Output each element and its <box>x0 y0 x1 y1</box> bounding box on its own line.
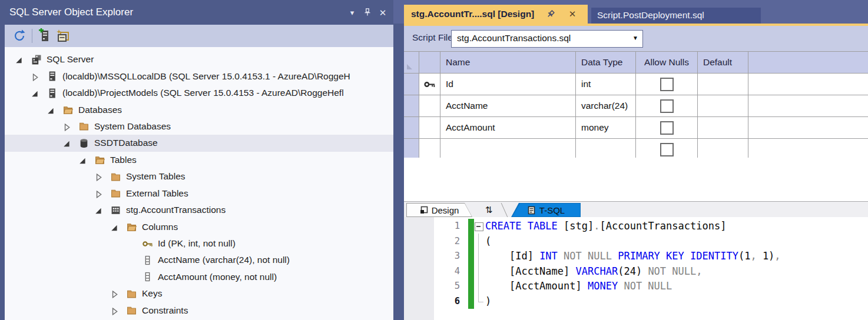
table-icon <box>111 205 121 215</box>
folder-icon <box>79 121 89 131</box>
toolbar-separator <box>32 29 32 43</box>
tree-item-localdb-mssqllocaldb-sql-server-15-0-415[interactable]: (localdb)\MSSQLLocalDB (SQL Server 15.0.… <box>5 68 393 84</box>
line-number: 1 <box>434 219 460 234</box>
tsql-code-editor[interactable]: 123456 CREATE TABLE [stg].[AccountTransa… <box>404 217 868 320</box>
tree-item-label: SSDTDatabase <box>94 138 158 148</box>
folder-icon <box>127 305 137 315</box>
code-fold-toggle[interactable] <box>475 222 483 231</box>
cell-name[interactable]: Id <box>440 74 576 95</box>
code-token: , <box>750 250 762 262</box>
code-token: ) <box>485 295 491 307</box>
tree-item-label: Columns <box>142 222 178 232</box>
tree-item-acctname-varchar-24-not-null[interactable]: AcctName (varchar(24), not null) <box>5 252 393 268</box>
cell-datatype[interactable]: int <box>576 74 636 95</box>
cell-name[interactable] <box>440 139 576 160</box>
inactive-tab-label: Script.PostDeployment.sql <box>597 10 704 21</box>
line-number-margin: 123456 <box>434 219 460 309</box>
tree-expanded-arrow-icon[interactable] <box>111 224 120 231</box>
tree-collapsed-arrow-icon[interactable] <box>95 173 104 180</box>
tree-collapsed-arrow-icon[interactable] <box>111 290 120 297</box>
tree-item-constraints[interactable]: Constraints <box>5 302 393 319</box>
allow-nulls-checkbox[interactable] <box>660 121 674 135</box>
tree-expanded-arrow-icon[interactable] <box>79 156 88 164</box>
cell-default[interactable] <box>698 117 748 138</box>
active-tab-label: stg.AccountTr....sql [Design] <box>411 9 534 19</box>
swap-panes-button[interactable]: ⇅ <box>477 203 501 217</box>
change-tracking-bar <box>468 219 474 309</box>
tree-item-keys[interactable]: Keys <box>5 285 393 302</box>
code-token: NOT NULL, <box>642 265 702 277</box>
tree-item-ssdtdatabase[interactable]: SSDTDatabase <box>5 135 393 151</box>
tree-collapsed-arrow-icon[interactable] <box>63 123 72 130</box>
design-tab-label: Design <box>432 205 459 215</box>
code-token: MONEY <box>588 280 618 292</box>
cell-name[interactable]: AcctName <box>440 95 576 116</box>
tree-collapsed-arrow-icon[interactable] <box>95 190 104 197</box>
grid-header-allownulls[interactable]: Allow Nulls <box>636 52 698 73</box>
tree-expanded-arrow-icon[interactable] <box>31 89 40 96</box>
row-icon-cell <box>419 139 440 160</box>
cell-datatype[interactable]: varchar(24) <box>576 95 636 116</box>
tree-expanded-arrow-icon[interactable] <box>15 56 24 63</box>
allow-nulls-checkbox[interactable] <box>660 78 674 91</box>
tab-close-button[interactable]: ✕ <box>566 8 578 20</box>
refresh-button[interactable] <box>12 28 27 44</box>
panel-dropdown-button[interactable]: ▾ <box>346 8 358 18</box>
code-token: [AcctName] <box>485 265 576 277</box>
add-sql-server-button[interactable] <box>37 28 52 44</box>
tab-tsql-view[interactable]: T-SQL <box>511 203 581 217</box>
tree-item-system-databases[interactable]: System Databases <box>5 118 393 135</box>
tree-expanded-arrow-icon[interactable] <box>47 106 56 114</box>
allow-nulls-checkbox[interactable] <box>660 99 674 113</box>
tree-item-localdb-projectmodels-sql-server-15-0-41[interactable]: (localdb)\ProjectModels (SQL Server 15.0… <box>5 85 393 101</box>
tab-pin-button[interactable] <box>545 9 556 20</box>
row-icon-cell <box>419 95 440 116</box>
tree-item-acctamount-money-not-null[interactable]: AcctAmount (money, not null) <box>5 269 393 285</box>
tsql-script-icon <box>527 206 536 215</box>
tree-item-columns[interactable]: Columns <box>5 218 393 235</box>
cell-default[interactable] <box>698 139 748 160</box>
tree-item-databases[interactable]: Databases <box>5 101 393 118</box>
row-selector[interactable] <box>404 74 419 95</box>
allow-nulls-checkbox[interactable] <box>660 143 674 156</box>
object-explorer-titlebar: SQL Server Object Explorer ▾ ✕ <box>0 0 393 25</box>
grid-header-datatype[interactable]: Data Type <box>576 52 636 73</box>
row-selector[interactable] <box>404 95 419 116</box>
tree-expanded-arrow-icon[interactable] <box>95 206 104 214</box>
cell-default[interactable] <box>698 95 748 116</box>
folder-icon <box>127 289 137 299</box>
grid-corner-cell[interactable] <box>404 52 419 73</box>
tab-script-postdeployment[interactable]: Script.PostDeployment.sql <box>591 8 761 24</box>
line-number: 6 <box>434 294 460 309</box>
tree-item-system-tables[interactable]: System Tables <box>5 168 393 185</box>
tree-expanded-arrow-icon[interactable] <box>63 139 72 146</box>
tree-item-label: External Tables <box>126 188 188 199</box>
cell-datatype[interactable] <box>576 139 636 160</box>
code-line-3: [Id] INT NOT NULL PRIMARY KEY IDENTITY(1… <box>485 249 868 264</box>
grid-row-id: Idint <box>404 74 868 95</box>
tree-item-stg-accounttransactions[interactable]: stg.AccountTransactions <box>5 202 393 218</box>
tree-item-id-pk-int-not-null[interactable]: Id (PK, int, not null) <box>5 235 393 252</box>
row-selector[interactable] <box>404 117 419 138</box>
cell-datatype[interactable]: money <box>576 117 636 138</box>
code-token: [stg] <box>558 220 594 232</box>
tree-collapsed-arrow-icon[interactable] <box>31 73 40 80</box>
tree-item-external-tables[interactable]: External Tables <box>5 185 393 202</box>
cell-name[interactable]: AcctAmount <box>440 117 576 138</box>
code-token: 1) <box>763 250 774 262</box>
tab-design-view[interactable]: Design <box>406 203 472 217</box>
cell-default[interactable] <box>698 74 748 95</box>
row-selector[interactable] <box>404 139 419 160</box>
tree-item-sql-server[interactable]: SQL Server <box>5 51 393 68</box>
tab-account-transactions-design[interactable]: stg.AccountTr....sql [Design] ✕ <box>404 5 588 24</box>
designer-view-strip: Design ⇅ T-SQL <box>404 201 868 218</box>
panel-close-button[interactable]: ✕ <box>377 8 389 18</box>
grid-header-name[interactable]: Name <box>440 52 576 73</box>
key-icon <box>424 79 436 89</box>
script-file-combobox[interactable]: stg.AccountTransactions.sql ▼ <box>451 30 643 48</box>
panel-pin-button[interactable] <box>362 8 373 18</box>
tree-collapsed-arrow-icon[interactable] <box>111 307 120 314</box>
new-database-button[interactable] <box>55 28 71 44</box>
tree-item-tables[interactable]: Tables <box>5 152 393 168</box>
grid-header-default[interactable]: Default <box>698 52 748 73</box>
